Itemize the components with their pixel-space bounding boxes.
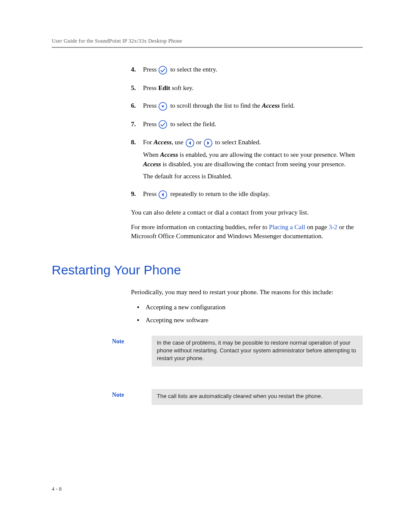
step-number: 7.	[131, 120, 143, 129]
link-placing-a-call[interactable]: Placing a Call	[269, 224, 305, 230]
svg-point-2	[159, 121, 167, 128]
step-body: Press to select the field.	[143, 120, 363, 132]
step-text: to select the field.	[170, 121, 216, 128]
note-body: The call lists are automatically cleared…	[152, 389, 363, 404]
note-block-1: Note In the case of problems, it may be …	[112, 336, 363, 367]
running-header: User Guide for the SoundPoint IP 32x/33x…	[52, 38, 363, 48]
check-icon	[158, 120, 168, 129]
step-text: Press	[143, 66, 158, 73]
bullet-list: • Accepting a new configuration • Accept…	[137, 302, 363, 325]
step-text: Press	[143, 121, 158, 128]
step-7: 7. Press to select the field.	[131, 120, 363, 132]
step-body: Press to select the entry.	[143, 65, 363, 78]
step-text: field.	[280, 102, 295, 109]
step-text-italic: Access	[262, 102, 280, 109]
step-5: 5. Press Edit soft key.	[131, 84, 363, 96]
main-content: 4. Press to select the entry. 5. Press E…	[131, 65, 363, 241]
step-number: 6.	[131, 101, 143, 111]
step-text: to scroll through the list to find the	[170, 102, 262, 109]
step-9: 9. Press repeatedly to return to the idl…	[131, 190, 363, 202]
step-text: to select Enabled.	[215, 139, 261, 146]
step-text: Press	[143, 190, 158, 197]
step-number: 5.	[131, 84, 143, 93]
step-number: 9.	[131, 190, 143, 199]
note-body: In the case of problems, it may be possi…	[152, 336, 363, 367]
step-text: Press	[143, 84, 158, 91]
step-body: For Access, use or to select Enabled. Wh…	[143, 138, 363, 184]
step-text: soft key.	[170, 84, 193, 91]
paragraph: Periodically, you may need to restart yo…	[131, 288, 363, 297]
down-arrow-icon	[158, 102, 168, 111]
step-body: Press Edit soft key.	[143, 84, 363, 96]
step-number: 4.	[131, 65, 143, 75]
step-text-italic: Access	[154, 139, 172, 146]
note-label: Note	[112, 336, 152, 367]
section-content: Periodically, you may need to restart yo…	[131, 288, 363, 325]
step-text-bold: Edit	[158, 84, 170, 91]
list-item: • Accepting a new configuration	[137, 302, 363, 312]
step-body: Press to scroll through the list to find…	[143, 101, 363, 114]
list-item: • Accepting new software	[137, 315, 363, 325]
left-arrow-icon	[158, 190, 168, 199]
paragraph: You can also delete a contact or dial a …	[131, 208, 363, 218]
list-item-text: Accepting new software	[146, 315, 209, 325]
list-item-text: Accepting a new configuration	[146, 302, 225, 312]
step-8: 8. For Access, use or to select Enabled.…	[131, 138, 363, 184]
bullet-icon: •	[137, 302, 146, 312]
step-6: 6. Press to scroll through the list to f…	[131, 101, 363, 114]
right-arrow-icon	[203, 138, 213, 148]
step-4: 4. Press to select the entry.	[131, 65, 363, 78]
step-body: Press repeatedly to return to the idle d…	[143, 190, 363, 202]
text: on page	[305, 224, 329, 230]
svg-point-0	[159, 66, 167, 74]
step-text: When	[143, 151, 160, 158]
text: For more information on contacting buddi…	[131, 224, 269, 230]
step-number: 8.	[131, 138, 143, 147]
note-block-2: Note The call lists are automatically cl…	[112, 389, 363, 404]
step-text: The default for access is Disabled.	[143, 172, 363, 181]
bullet-icon: •	[137, 315, 146, 325]
step-text: is enabled, you are allowing the contact…	[178, 151, 355, 158]
section-heading: Restarting Your Phone	[52, 263, 363, 277]
note-label: Note	[112, 389, 152, 404]
page-number: 4 - 8	[52, 486, 62, 492]
link-page-ref[interactable]: 3-2	[329, 224, 337, 230]
step-text: is disabled, you are disallowing the con…	[161, 161, 346, 168]
check-icon	[158, 65, 168, 75]
step-text: to select the entry.	[170, 66, 217, 73]
step-text-italic: Access	[160, 151, 178, 158]
step-text: For	[143, 139, 154, 146]
step-text: , use	[171, 139, 185, 146]
step-text: Press	[143, 102, 158, 109]
step-text: or	[196, 139, 203, 146]
step-text-italic: Access	[143, 161, 161, 168]
page-container: User Guide for the SoundPoint IP 32x/33x…	[0, 0, 411, 532]
step-text: repeatedly to return to the idle display…	[170, 190, 270, 197]
paragraph: For more information on contacting buddi…	[131, 223, 363, 242]
left-arrow-icon	[185, 138, 195, 148]
